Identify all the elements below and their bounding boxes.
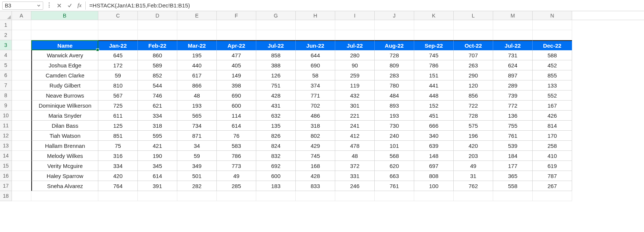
cell-D18[interactable] [138, 191, 177, 201]
cell-F11[interactable]: 614 [217, 121, 256, 131]
cell-A4[interactable] [12, 50, 31, 60]
cell-L18[interactable] [454, 191, 493, 201]
cell-A3[interactable] [12, 40, 31, 50]
cell-G2[interactable] [256, 30, 296, 40]
cell-J9[interactable]: 893 [375, 101, 414, 111]
cell-A7[interactable] [12, 80, 31, 90]
cell-A2[interactable] [12, 30, 31, 40]
cell-E15[interactable]: 349 [177, 161, 217, 171]
cell-M18[interactable] [493, 191, 533, 201]
row-header-13[interactable]: 13 [0, 141, 12, 151]
cell-M4[interactable]: 731 [493, 50, 533, 60]
cell-B18[interactable] [31, 191, 98, 201]
cell-M11[interactable]: 755 [493, 121, 533, 131]
row-header-15[interactable]: 15 [0, 161, 12, 171]
cell-F7[interactable]: 398 [217, 80, 256, 90]
cell-K13[interactable]: 639 [414, 141, 454, 151]
cell-E11[interactable]: 734 [177, 121, 217, 131]
row-header-6[interactable]: 6 [0, 70, 12, 80]
cell-K11[interactable]: 666 [414, 121, 454, 131]
cell-B8[interactable]: Neave Burrows [31, 90, 98, 101]
cell-C10[interactable]: 611 [98, 111, 138, 121]
cell-J4[interactable]: 728 [375, 50, 414, 60]
cell-E8[interactable]: 48 [177, 90, 217, 101]
column-header-D[interactable]: D [138, 11, 177, 20]
formula-input[interactable] [85, 1, 642, 10]
cell-C12[interactable]: 851 [98, 131, 138, 141]
cell-C14[interactable]: 316 [98, 151, 138, 161]
row-header-5[interactable]: 5 [0, 60, 12, 70]
cancel-formula-button[interactable] [55, 1, 63, 10]
cell-F9[interactable]: 600 [217, 101, 256, 111]
column-header-M[interactable]: M [493, 11, 533, 20]
cell-I4[interactable]: 280 [335, 50, 375, 60]
cell-B15[interactable]: Verity Mcguire [31, 161, 98, 171]
cell-K6[interactable]: 151 [414, 70, 454, 80]
cell-F5[interactable]: 405 [217, 60, 256, 70]
cell-M1[interactable] [493, 20, 533, 30]
cell-N17[interactable]: 267 [533, 181, 572, 191]
cell-K7[interactable]: 441 [414, 80, 454, 90]
cell-I10[interactable]: 221 [335, 111, 375, 121]
cell-A13[interactable] [12, 141, 31, 151]
cell-I5[interactable]: 90 [335, 60, 375, 70]
cell-B9[interactable]: Dominique Wilkerson [31, 101, 98, 111]
cell-I8[interactable]: 432 [335, 90, 375, 101]
cell-H1[interactable] [296, 20, 335, 30]
cell-J12[interactable]: 240 [375, 131, 414, 141]
cell-G10[interactable]: 632 [256, 111, 296, 121]
cell-K9[interactable]: 152 [414, 101, 454, 111]
cell-D17[interactable]: 391 [138, 181, 177, 191]
cell-I15[interactable]: 372 [335, 161, 375, 171]
cell-I7[interactable]: 119 [335, 80, 375, 90]
cell-M13[interactable]: 539 [493, 141, 533, 151]
cell-D8[interactable]: 746 [138, 90, 177, 101]
cell-G13[interactable]: 824 [256, 141, 296, 151]
cell-L10[interactable]: 728 [454, 111, 493, 121]
cell-H12[interactable]: 802 [296, 131, 335, 141]
cell-D2[interactable] [138, 30, 177, 40]
cell-A9[interactable] [12, 101, 31, 111]
cell-J13[interactable]: 101 [375, 141, 414, 151]
cell-F4[interactable]: 477 [217, 50, 256, 60]
row-header-14[interactable]: 14 [0, 151, 12, 161]
cell-L13[interactable]: 420 [454, 141, 493, 151]
cell-B13[interactable]: Hallam Brennan [31, 141, 98, 151]
cell-N5[interactable]: 452 [533, 60, 572, 70]
cell-L7[interactable]: 120 [454, 80, 493, 90]
cell-H4[interactable]: 644 [296, 50, 335, 60]
cell-H2[interactable] [296, 30, 335, 40]
row-header-1[interactable]: 1 [0, 20, 12, 30]
cell-B2[interactable] [31, 30, 98, 40]
cell-M14[interactable]: 184 [493, 151, 533, 161]
cell-C17[interactable]: 764 [98, 181, 138, 191]
cell-C13[interactable]: 75 [98, 141, 138, 151]
select-all-corner[interactable] [0, 11, 12, 20]
cell-K15[interactable]: 697 [414, 161, 454, 171]
cell-J1[interactable] [375, 20, 414, 30]
cell-H9[interactable]: 702 [296, 101, 335, 111]
row-header-8[interactable]: 8 [0, 90, 12, 101]
enter-formula-button[interactable] [66, 1, 74, 10]
cell-G17[interactable]: 183 [256, 181, 296, 191]
cell-L3[interactable]: Oct-22 [454, 40, 493, 50]
cell-A14[interactable] [12, 151, 31, 161]
cell-K18[interactable] [414, 191, 454, 201]
cell-M12[interactable]: 761 [493, 131, 533, 141]
cell-M9[interactable]: 772 [493, 101, 533, 111]
cell-E18[interactable] [177, 191, 217, 201]
cell-N12[interactable]: 170 [533, 131, 572, 141]
cell-E14[interactable]: 59 [177, 151, 217, 161]
cell-F14[interactable]: 786 [217, 151, 256, 161]
cell-A8[interactable] [12, 90, 31, 101]
cell-L6[interactable]: 290 [454, 70, 493, 80]
cell-N6[interactable]: 855 [533, 70, 572, 80]
cell-N4[interactable]: 588 [533, 50, 572, 60]
cell-F15[interactable]: 773 [217, 161, 256, 171]
cell-I9[interactable]: 301 [335, 101, 375, 111]
cell-C18[interactable] [98, 191, 138, 201]
cell-B16[interactable]: Haley Sparrow [31, 171, 98, 181]
cell-L16[interactable]: 31 [454, 171, 493, 181]
cell-E12[interactable]: 871 [177, 131, 217, 141]
cell-L1[interactable] [454, 20, 493, 30]
